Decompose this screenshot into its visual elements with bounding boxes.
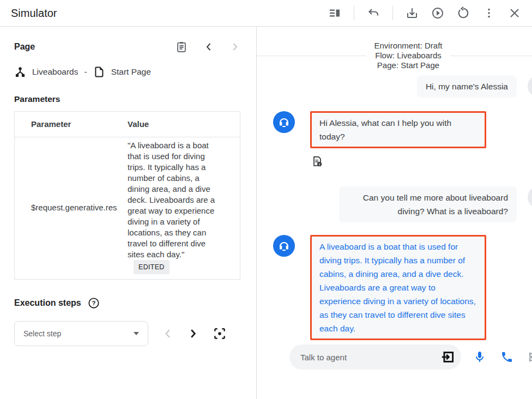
edited-badge: EDITED xyxy=(134,260,170,274)
execution-steps-title: Execution steps xyxy=(14,298,81,308)
agent-message-bubble-highlighted: A liveaboard is a boat that is used for … xyxy=(310,235,486,340)
agent-message-row: Hi Alessia, what can I help you with tod… xyxy=(273,111,532,148)
toolbar-divider xyxy=(354,6,354,20)
step-select-value: Select step xyxy=(23,329,61,338)
user-message-bubble: Can you tell me more about liveaboard di… xyxy=(339,186,517,222)
avatar xyxy=(273,111,295,133)
talk-to-agent-input[interactable] xyxy=(300,353,440,362)
chat-transcript: Hi, my name's Alessia xyxy=(257,75,532,370)
breadcrumb-separator: - xyxy=(84,67,87,77)
environment-header: Environment: Draft Flow: Liveaboards Pag… xyxy=(257,41,532,70)
user-message-row: Hi, my name's Alessia xyxy=(273,75,532,98)
side-panel-toggle-icon[interactable] xyxy=(328,7,341,20)
response-info-row xyxy=(311,155,532,170)
user-message-bubble: Hi, my name's Alessia xyxy=(417,75,517,98)
simulator-left-panel: Page Livea xyxy=(0,27,257,399)
avatar xyxy=(528,186,532,208)
undo-icon[interactable] xyxy=(367,7,380,20)
page-name: Start Page xyxy=(111,67,151,77)
help-icon[interactable]: ? xyxy=(88,297,100,309)
submit-input-icon[interactable] xyxy=(440,349,456,365)
next-page-chevron-icon[interactable] xyxy=(230,42,240,52)
parameter-name: $request.generative.res xyxy=(15,203,128,212)
parameters-table: Parameter Value $request.generative.res … xyxy=(14,111,240,280)
step-select[interactable]: Select step xyxy=(14,321,148,346)
chat-input-row xyxy=(273,344,532,370)
agent-message-bubble-highlighted: Hi Alessia, what can I help you with tod… xyxy=(310,111,486,148)
svg-text:?: ? xyxy=(92,300,95,306)
page-icon xyxy=(93,66,105,78)
dropdown-caret-icon xyxy=(134,332,139,335)
flow-name: Liveaboards xyxy=(32,67,78,77)
reset-icon[interactable] xyxy=(457,7,470,20)
avatar xyxy=(273,235,295,257)
send-icon[interactable] xyxy=(528,350,532,364)
breadcrumb: Liveaboards - Start Page xyxy=(14,66,240,78)
run-icon[interactable] xyxy=(431,7,444,20)
flow-icon xyxy=(14,66,26,78)
parameter-value: "A liveaboard is a boat that is used for… xyxy=(128,140,240,274)
avatar xyxy=(528,75,532,97)
flow-label: Flow: Liveaboards xyxy=(374,51,442,61)
page-title: Simulator xyxy=(11,7,57,20)
more-menu-icon[interactable] xyxy=(482,7,495,20)
parameters-title: Parameters xyxy=(14,94,240,104)
column-header-parameter: Parameter xyxy=(31,119,71,129)
prev-page-chevron-icon[interactable] xyxy=(204,42,214,52)
environment-label: Environment: Draft xyxy=(374,41,442,51)
conversation-panel: Environment: Draft Flow: Liveaboards Pag… xyxy=(257,27,532,399)
close-icon[interactable] xyxy=(508,7,521,20)
toolbar-divider xyxy=(392,6,393,20)
clipboard-icon[interactable] xyxy=(176,41,188,53)
microphone-icon[interactable] xyxy=(473,350,486,364)
user-message-row: Can you tell me more about liveaboard di… xyxy=(273,186,532,222)
agent-message-row: A liveaboard is a boat that is used for … xyxy=(273,235,532,340)
original-response-info-icon[interactable] xyxy=(311,155,323,167)
parameters-table-header: Parameter Value xyxy=(15,112,240,137)
column-header-value: Value xyxy=(128,119,149,129)
page-label: Page: Start Page xyxy=(374,61,442,70)
headset-icon xyxy=(277,239,291,252)
page-section-title: Page xyxy=(14,42,35,52)
chat-input-pill[interactable] xyxy=(289,344,461,370)
phone-icon[interactable] xyxy=(500,350,513,364)
toolbar xyxy=(328,6,521,20)
next-step-chevron-icon[interactable] xyxy=(188,328,198,339)
focus-step-icon[interactable] xyxy=(213,327,227,341)
save-icon[interactable] xyxy=(406,7,419,20)
topbar: Simulator xyxy=(0,0,532,27)
table-row[interactable]: $request.generative.res "A liveaboard is… xyxy=(15,137,240,279)
prev-step-chevron-icon[interactable] xyxy=(162,328,173,339)
headset-icon xyxy=(277,116,291,129)
